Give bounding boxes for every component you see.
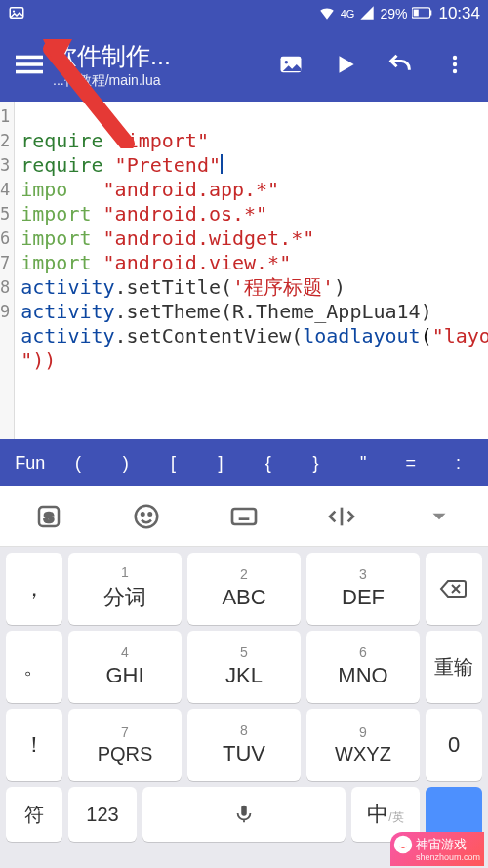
key-comma[interactable]: ，: [6, 553, 62, 625]
qb-lbracket[interactable]: [: [158, 453, 187, 474]
svg-rect-3: [430, 10, 432, 15]
mic-icon: [233, 804, 255, 825]
svg-point-26: [394, 836, 412, 853]
svg-point-9: [285, 61, 289, 63]
collapse-keyboard-icon[interactable]: [410, 497, 468, 536]
watermark: 神宙游戏 shenzhoum.com: [390, 832, 484, 866]
qb-colon[interactable]: :: [444, 453, 473, 474]
svg-point-11: [453, 62, 457, 66]
status-bar: 4G 29% 10:34: [0, 0, 488, 27]
key-retype[interactable]: 重输: [426, 631, 482, 703]
emoji-icon[interactable]: [117, 497, 176, 536]
svg-rect-18: [232, 509, 256, 524]
key-5-jkl[interactable]: 5JKL: [187, 631, 301, 703]
clock: 10:34: [438, 4, 480, 23]
symbol-quickbar: Fun ( ) [ ] { } " = :: [0, 439, 488, 486]
svg-rect-5: [16, 56, 43, 60]
key-6-mno[interactable]: 6MNO: [306, 631, 420, 703]
signal-icon: [359, 5, 375, 23]
qb-lbrace[interactable]: {: [254, 453, 283, 474]
ime-toolbar: S: [0, 486, 488, 547]
key-backspace[interactable]: [426, 553, 482, 625]
svg-rect-4: [414, 10, 419, 17]
key-space[interactable]: [142, 787, 346, 842]
gallery-notif-icon: [8, 4, 25, 24]
watermark-icon: [392, 834, 414, 855]
svg-point-10: [453, 56, 457, 60]
key-3-def[interactable]: 3DEF: [306, 553, 420, 625]
qb-lparen[interactable]: (: [63, 453, 93, 474]
line-gutter: 1 2 3 4 5 6 7 8 9: [0, 102, 15, 439]
svg-point-12: [453, 69, 457, 73]
keyboard-icon[interactable]: [215, 497, 273, 536]
cursor-move-icon[interactable]: [312, 497, 371, 536]
key-8-tuv[interactable]: 8TUV: [187, 709, 301, 781]
key-2-abc[interactable]: 2ABC: [187, 553, 301, 625]
qb-quote[interactable]: ": [348, 453, 378, 474]
qb-equal[interactable]: =: [396, 453, 426, 474]
svg-point-17: [149, 513, 152, 516]
key-exclaim[interactable]: ！: [6, 709, 62, 781]
app-subtitle: ...作教程/main.lua: [53, 72, 271, 90]
key-4-ghi[interactable]: 4GHI: [68, 631, 182, 703]
qb-rbracket[interactable]: ]: [206, 453, 235, 474]
battery-percent: 29%: [380, 6, 407, 21]
svg-rect-6: [16, 62, 43, 66]
battery-icon: [412, 6, 433, 21]
text-cursor: [221, 154, 223, 174]
image-icon[interactable]: [275, 49, 306, 80]
qb-rparen[interactable]: ): [111, 453, 141, 474]
key-7-pqrs[interactable]: 7PQRS: [68, 709, 182, 781]
key-0[interactable]: 0: [426, 709, 482, 781]
qb-rbrace[interactable]: }: [302, 453, 331, 474]
app-bar: 软件制作... ...作教程/main.lua: [0, 27, 488, 102]
key-1[interactable]: 1分词: [68, 553, 182, 625]
svg-rect-7: [16, 70, 43, 74]
svg-text:S: S: [44, 509, 54, 525]
qb-fun[interactable]: Fun: [15, 453, 45, 474]
network-type: 4G: [341, 8, 355, 20]
menu-button[interactable]: [6, 51, 53, 78]
more-icon[interactable]: [439, 49, 470, 80]
wifi-icon: [318, 4, 336, 24]
svg-point-16: [142, 513, 144, 516]
key-period[interactable]: 。: [6, 631, 62, 703]
undo-icon[interactable]: [385, 49, 416, 80]
svg-point-1: [13, 10, 15, 12]
key-123[interactable]: 123: [68, 787, 137, 842]
key-symbols[interactable]: 符: [6, 787, 62, 842]
key-9-wxyz[interactable]: 9WXYZ: [306, 709, 420, 781]
ime-logo-icon[interactable]: S: [20, 497, 78, 536]
play-icon[interactable]: [330, 49, 361, 80]
app-title: 软件制作...: [53, 40, 271, 72]
keyboard: ， 1分词 2ABC 3DEF 。 4GHI 5JKL 6MNO 重输 ！ 7P…: [0, 547, 488, 868]
code-editor[interactable]: 1 2 3 4 5 6 7 8 9 require "import" requi…: [0, 102, 488, 439]
code-content[interactable]: require "import" require "Pretend" impo …: [15, 102, 488, 439]
svg-point-15: [136, 505, 158, 527]
